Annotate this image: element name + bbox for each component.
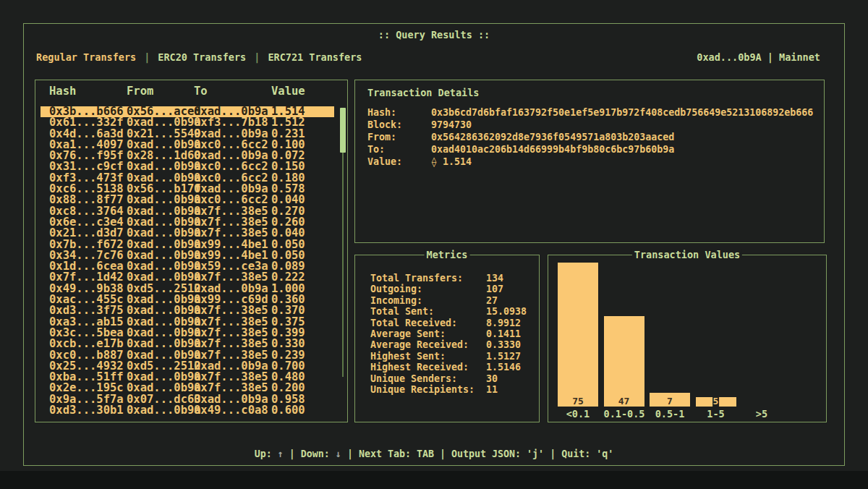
bar-value-label: 7 [650, 396, 690, 407]
detail-label: To: [367, 143, 431, 156]
detail-label: Value: [367, 156, 431, 168]
tab-bar: Regular Transfers|ERC20 Transfers|ERC721… [36, 51, 362, 63]
hint-output-json: Output JSON: [451, 448, 527, 459]
metric-label: Highest Sent: [370, 351, 486, 362]
metric-label: Unique Senders: [370, 373, 486, 384]
axis-label-5: >5 [741, 408, 782, 420]
detail-field-value: Value:⟠ 1.514 [367, 156, 813, 168]
window-bottom-edge [0, 471, 868, 489]
app-title: :: Query Results :: [0, 29, 868, 41]
metric-label: Total Transfers: [370, 273, 486, 284]
detail-label: Block: [367, 119, 431, 131]
metric-label: Highest Received: [370, 362, 486, 373]
hint-separator: | [544, 448, 561, 459]
hint-key--arrow: ↑ [278, 448, 284, 459]
tab-regular-transfers[interactable]: Regular Transfers [36, 51, 136, 63]
metrics-panel: Metrics Total Transfers:134Outgoing:107I… [354, 255, 540, 422]
chart-panel-title: Transaction Values [632, 249, 742, 260]
hint-key-q: 'q' [596, 448, 613, 459]
metric-label: Incoming: [370, 295, 486, 306]
column-header-value: Value [271, 85, 305, 98]
cell-value: 0.600 [271, 405, 305, 416]
detail-field-to: To:0xad4010ac206b14d66999b4bf9b80c6bc97b… [367, 143, 813, 156]
transaction-details-panel: Transaction Details Hash:0x3b6cd7d6bfaf1… [354, 80, 825, 243]
chart-bar-0-5-1: 7 [650, 393, 690, 407]
axis-label-0-5-1: 0.5-1 [650, 408, 690, 420]
metric-value: 107 [486, 284, 503, 294]
details-panel-title: Transaction Details [367, 87, 479, 98]
metric-label: Outgoing: [370, 284, 486, 294]
column-header-to: To [194, 85, 208, 98]
hint-down: Down: [301, 448, 336, 459]
metric-highest-sent: Highest Sent:1.5127 [370, 351, 527, 362]
chart-bar-1-5: 5 [696, 397, 736, 407]
table-body: 0x3b...b6660x56...aced0xad...0b9a1.5140x… [41, 106, 334, 416]
hint-separator: | [341, 448, 359, 459]
metric-label: Total Sent: [370, 306, 486, 317]
cell-to: 0x49...c0a8 [194, 405, 268, 416]
metric-value: 11 [486, 384, 498, 395]
axis-label-1-5: 1-5 [696, 408, 736, 420]
table-row[interactable]: 0xd3...30b10xad...0b9a0x49...c0a80.600 [41, 405, 334, 416]
hint-key-tab: TAB [417, 448, 434, 459]
detail-label: Hash: [367, 106, 431, 119]
chart-bar-0-1-0-5: 47 [604, 316, 644, 407]
details-fields: Hash:0x3b6cd7d6bfaf163792f50e1ef5e917b97… [367, 106, 813, 168]
detail-label: From: [367, 131, 431, 143]
tab-separator: | [144, 51, 150, 63]
metrics-list: Total Transfers:134Outgoing:107Incoming:… [370, 273, 527, 395]
metric-label: Average Sent: [370, 328, 486, 339]
metric-value: 134 [486, 273, 503, 284]
metric-total-received: Total Received:8.9912 [370, 318, 527, 328]
hint-quit: Quit: [561, 448, 596, 459]
metric-value: 0.3330 [486, 339, 521, 350]
wallet-address: 0xad...0b9A [697, 51, 761, 63]
hint-up: Up: [255, 448, 278, 459]
metric-unique-senders: Unique Senders:30 [370, 373, 527, 384]
scrollbar-thumb[interactable] [340, 108, 346, 153]
metric-total-transfers: Total Transfers:134 [370, 273, 527, 284]
column-header-from: From [127, 85, 153, 98]
tab-erc721-transfers[interactable]: ERC721 Transfers [268, 51, 362, 63]
bar-value-label: 5 [712, 396, 720, 407]
bar-value-label: 47 [604, 396, 644, 407]
cell-from: 0xad...0b9a [127, 405, 201, 416]
hint-key-j: 'j' [527, 448, 544, 459]
hint-separator: | [434, 448, 451, 459]
metric-unique-recipients: Unique Recipients:11 [370, 384, 527, 395]
metric-value: 1.5127 [486, 351, 521, 362]
metrics-panel-title: Metrics [425, 249, 470, 260]
metric-label: Average Received: [370, 339, 486, 350]
wallet-network-separator: | [762, 51, 779, 63]
metric-average-received: Average Received:0.3330 [370, 339, 527, 350]
hint-next-tab: Next Tab: [359, 448, 417, 459]
metric-incoming: Incoming:27 [370, 295, 527, 306]
detail-value: 0x3b6cd7d6bfaf163792f50e1ef5e917b972f408… [431, 107, 813, 118]
tab-separator: | [254, 51, 260, 63]
metric-label: Unique Recipients: [370, 384, 486, 395]
detail-value: ⟠ 1.514 [431, 156, 472, 167]
transfers-table-panel: HashFromToValue 0x3b...b6660x56...aced0x… [35, 80, 348, 422]
detail-field-hash: Hash:0x3b6cd7d6bfaf163792f50e1ef5e917b97… [367, 106, 813, 119]
detail-field-from: From:0x564286362092d8e7936f0549571a803b2… [367, 131, 813, 143]
metric-total-sent: Total Sent:15.0938 [370, 306, 527, 317]
keyboard-hints-bar: Up: ↑ | Down: ↓ | Next Tab: TAB | Output… [0, 448, 868, 459]
metric-value: 1.5146 [486, 362, 521, 373]
metric-outgoing: Outgoing:107 [370, 284, 527, 294]
metric-highest-received: Highest Received:1.5146 [370, 362, 527, 373]
hint-separator: | [284, 448, 301, 459]
chart-bar-0-1: 75 [558, 263, 598, 407]
query-results-app: :: Query Results :: Regular Transfers|ER… [0, 0, 868, 489]
metric-average-sent: Average Sent:0.1411 [370, 328, 527, 339]
bar-value-label: 75 [558, 396, 598, 407]
axis-label-0-1-0-5: 0.1-0.5 [604, 408, 644, 420]
tab-erc20-transfers[interactable]: ERC20 Transfers [158, 51, 246, 63]
metric-value: 0.1411 [486, 328, 521, 339]
detail-value: 9794730 [431, 119, 472, 130]
column-header-hash: Hash [49, 85, 76, 98]
transaction-values-chart: Transaction Values 75<0.1470.1-0.570.5-1… [548, 255, 827, 422]
network-name: Mainnet [779, 51, 820, 63]
metric-value: 8.9912 [486, 318, 521, 328]
cell-hash: 0xd3...30b1 [49, 405, 124, 416]
metric-value: 30 [486, 373, 498, 384]
